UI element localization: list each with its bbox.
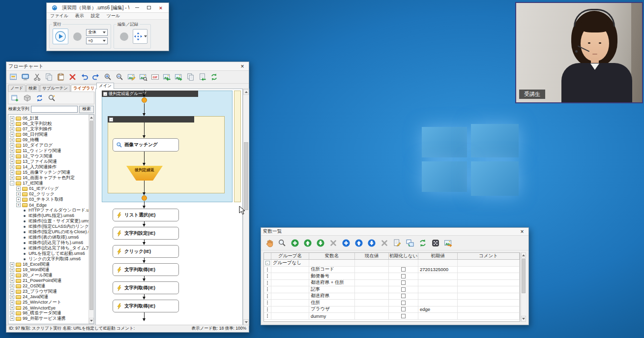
expand-icon[interactable]: + [10,278,14,283]
group-up-icon[interactable] [302,237,314,249]
monitor-icon[interactable] [20,72,31,83]
tree-item[interactable]: +11_ウィンドウ関連 [8,148,88,154]
variable-row[interactable]: dummy [264,313,520,320]
stop-button[interactable] [70,30,84,43]
tree-item[interactable]: +19_Word関連 [8,267,88,273]
variables-scrollbar[interactable] [521,252,526,322]
group-down-icon[interactable] [315,237,326,249]
tree-item[interactable]: +08_日付関連 [8,132,88,137]
tree-item[interactable]: +03_テキスト取得 [8,197,88,202]
tab-search[interactable]: 検索 [26,85,39,92]
menu-item[interactable]: ファイル [47,13,72,19]
preview-icon[interactable] [276,237,288,249]
tree-item[interactable]: -17_IE関連 [8,181,88,186]
expand-icon[interactable]: + [10,132,14,137]
flow-node[interactable]: 文字列取得(IE) [113,263,179,276]
flow-node[interactable]: 文字列設定(IE) [113,227,179,240]
column-header[interactable]: 変数名 [309,253,355,259]
expand-icon[interactable]: + [10,127,14,131]
column-header[interactable]: コメント [458,253,520,259]
tree-item[interactable]: URLを指定してIE起動.ums6 [8,251,88,256]
maximize-button[interactable] [143,3,155,12]
expand-icon[interactable]: + [10,165,14,169]
tree-item[interactable]: +12_マウス関連 [8,154,88,159]
tree-item[interactable]: IE操作(読込完了待ち_タイムアウト付... [8,246,88,251]
run-speed-select[interactable]: +0 [86,37,108,44]
tree-item[interactable]: IE操作(位置・サイズ変更).ums6 [8,218,88,224]
scrollbar-thumb[interactable] [522,259,526,293]
tree-item[interactable]: +18_Excel関連 [8,262,88,267]
scroll-up-button[interactable] [243,89,249,95]
column-header[interactable]: 初期化しない [389,253,418,259]
expand-icon[interactable]: + [10,116,14,121]
expand-icon[interactable]: + [16,203,21,207]
no-init-checkbox[interactable] [401,267,406,272]
pan-mode-button[interactable] [133,29,147,44]
variable-row[interactable]: 郵便番号 [264,273,520,280]
refresh-pages-icon[interactable] [208,72,220,83]
delete-group-icon[interactable] [327,237,339,249]
expand-icon[interactable]: + [10,295,14,299]
tree-item[interactable]: +99_外部サービス連携 [8,316,88,321]
tree-item[interactable]: +04_Edge [8,202,88,208]
image-export-icon[interactable] [173,72,184,83]
variable-row[interactable]: 都道府県 + 住所 [264,280,520,287]
tree-item[interactable]: +06_文字列比較 [8,121,88,126]
scroll-up-button[interactable] [89,115,94,121]
column-header[interactable]: グループ名 [271,253,309,259]
expand-icon[interactable]: + [10,311,14,315]
expand-icon[interactable]: + [16,186,21,191]
collapse-button[interactable]: - [103,92,107,96]
tree-item[interactable]: +16_画面キャプチャ色判定 [8,175,88,181]
expand-icon[interactable]: + [10,306,14,310]
image-import-icon[interactable] [161,72,173,83]
redo-icon[interactable] [90,72,102,83]
variable-down-icon[interactable] [366,237,378,249]
tree-item[interactable]: HTTPファイルダウンロード.ums6 [8,208,88,213]
tree-item[interactable]: +05_計算 [8,116,88,121]
variable-row[interactable]: 住所 [264,300,520,307]
tree-item[interactable]: +15_画像マッチング関連 [8,170,88,175]
no-init-checkbox[interactable] [401,287,406,292]
column-header[interactable]: 現在値 [355,253,389,259]
image-view-icon[interactable] [138,72,149,83]
dice-icon[interactable] [430,237,441,249]
tree-item[interactable]: +13_ファイル関連 [8,159,88,164]
flow-node[interactable]: 文字列取得(IE) [113,300,179,312]
gif-capture-icon[interactable]: GIF [149,72,161,83]
column-header[interactable]: 初期値 [418,253,458,259]
run-scope-select[interactable]: 全体 [86,29,108,36]
add-variable-icon[interactable] [340,237,352,249]
variable-group-row[interactable]: -グループなし [264,260,520,267]
library-search-input[interactable] [31,106,78,113]
tree-item[interactable]: +98_構造データ関連 [8,310,88,316]
tab-node[interactable]: ノード [8,85,26,92]
expand-icon[interactable]: + [10,122,14,126]
expand-icon[interactable]: + [10,138,14,142]
variable-row[interactable]: 都道府県 [264,293,520,300]
expand-icon[interactable]: + [10,300,14,305]
tree-item[interactable]: +09_待機 [8,137,88,143]
paste-icon[interactable] [55,72,66,83]
expand-icon[interactable]: + [10,268,14,272]
menu-item[interactable]: 表示 [72,13,88,19]
tree-item[interactable]: IE操作(URL指定).ums6 [8,213,88,218]
scroll-up-button[interactable] [521,252,526,258]
no-init-checkbox[interactable] [401,280,406,285]
tree-item[interactable]: +25_WinActorノート [8,300,88,305]
variable-row[interactable]: 住所コード27201325000 [264,267,520,274]
no-init-checkbox[interactable] [401,274,406,278]
tree-scrollbar[interactable] [88,115,94,324]
new-node-icon[interactable] [9,92,21,103]
tab-subroutine[interactable]: サブルーチン [40,85,70,92]
expand-icon[interactable]: + [10,289,14,294]
tab-library[interactable]: ライブラリ [71,85,97,92]
tree-item[interactable]: +21_PowerPoint関連 [8,278,88,283]
expand-icon[interactable]: + [10,316,14,321]
image-matching-node[interactable]: 画像マッチング [113,138,179,152]
tree-item[interactable]: +24_Java関連 [8,294,88,300]
collapse-icon[interactable]: - [10,181,14,185]
tree-item[interactable]: +20_メール関連 [8,273,88,278]
record-button[interactable] [117,30,131,43]
new-flowchart-icon[interactable] [8,72,19,83]
